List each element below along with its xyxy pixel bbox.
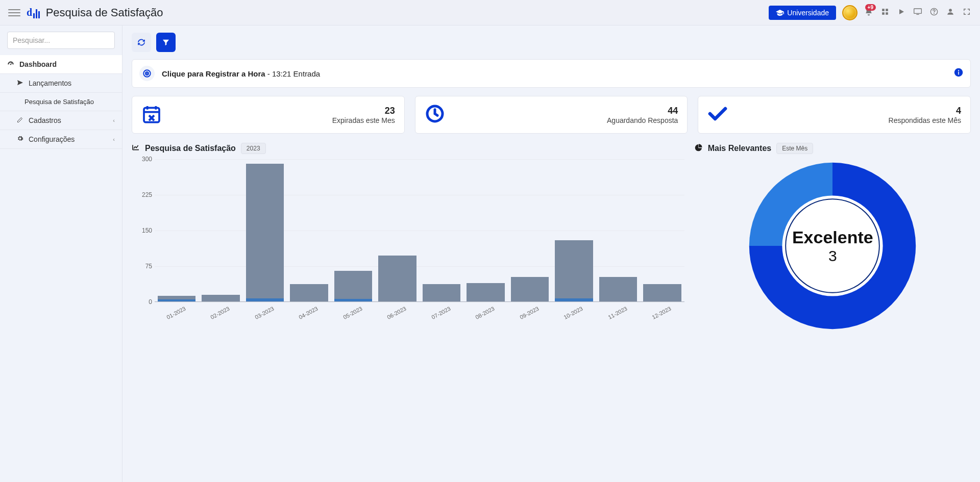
help-icon[interactable] bbox=[929, 8, 939, 17]
fullscreen-icon[interactable] bbox=[962, 8, 972, 17]
svg-rect-5 bbox=[916, 14, 919, 15]
svg-rect-2 bbox=[882, 12, 885, 15]
bar[interactable] bbox=[467, 283, 504, 302]
sidebar-label: Configurações bbox=[29, 135, 75, 143]
bar[interactable] bbox=[423, 284, 460, 302]
stat-card-expired[interactable]: 23 Expiradas este Mes bbox=[132, 96, 405, 134]
edit-icon bbox=[16, 116, 23, 124]
sidebar-item-pesquisa[interactable]: Pesquisa de Satisfação bbox=[0, 93, 122, 111]
stat-label: Expiradas este Mes bbox=[332, 116, 395, 124]
bar[interactable] bbox=[643, 284, 681, 302]
stat-value: 44 bbox=[607, 106, 678, 116]
gear-icon bbox=[16, 135, 23, 143]
svg-rect-17 bbox=[144, 108, 159, 122]
coin-icon[interactable] bbox=[842, 5, 857, 20]
svg-point-7 bbox=[934, 13, 935, 14]
chevron-left-icon: ‹ bbox=[113, 136, 115, 142]
x-tick: 05-2023 bbox=[332, 300, 378, 334]
sidebar-item-configuracoes[interactable]: Configurações ‹ bbox=[0, 130, 122, 149]
stat-value: 4 bbox=[889, 106, 961, 116]
sidebar-item-dashboard[interactable]: Dashboard bbox=[0, 55, 122, 74]
filter-button[interactable] bbox=[156, 33, 176, 52]
chart-title: Mais Relevantes bbox=[708, 144, 772, 153]
info-icon[interactable] bbox=[954, 68, 963, 80]
svg-rect-10 bbox=[11, 63, 12, 64]
graduation-cap-icon bbox=[776, 10, 784, 16]
x-tick: 06-2023 bbox=[376, 300, 422, 334]
x-tick: 01-2023 bbox=[155, 300, 201, 334]
svg-rect-1 bbox=[886, 9, 888, 11]
donut-center-label: Excelente bbox=[792, 227, 873, 247]
filter-icon bbox=[162, 38, 170, 46]
bar[interactable] bbox=[246, 164, 284, 302]
clock-target-icon bbox=[139, 66, 155, 81]
stat-label: Aguardando Resposta bbox=[607, 116, 678, 124]
chart-pill[interactable]: Este Mês bbox=[776, 143, 813, 154]
sidebar-item-cadastros[interactable]: Cadastros ‹ bbox=[0, 111, 122, 130]
y-tick: 300 bbox=[132, 156, 152, 163]
bar-chart-card: Pesquisa de Satisfação 2023 075150225300… bbox=[132, 143, 684, 317]
x-tick: 09-2023 bbox=[508, 300, 554, 334]
universidade-label: Universidade bbox=[787, 9, 829, 17]
sidebar-label: Cadastros bbox=[29, 116, 61, 124]
sidebar-item-lancamentos[interactable]: Lançamentos bbox=[0, 74, 122, 93]
user-icon[interactable] bbox=[945, 8, 955, 17]
svg-rect-3 bbox=[886, 12, 888, 15]
stat-card-answered[interactable]: 4 Respondidas este Mês bbox=[698, 96, 971, 134]
svg-point-13 bbox=[146, 73, 148, 74]
clock-register-bar[interactable]: Clique para Registrar a Hora - 13:21 Ent… bbox=[132, 59, 971, 88]
x-tick: 11-2023 bbox=[597, 300, 643, 334]
sidebar-label: Lançamentos bbox=[29, 79, 71, 87]
y-tick: 150 bbox=[132, 227, 152, 234]
x-tick: 03-2023 bbox=[243, 300, 289, 334]
svg-rect-0 bbox=[882, 9, 885, 11]
pie-chart-icon bbox=[695, 143, 703, 154]
svg-point-16 bbox=[958, 70, 959, 71]
bar[interactable] bbox=[511, 277, 549, 302]
bar[interactable] bbox=[290, 284, 328, 302]
svg-point-8 bbox=[949, 9, 952, 12]
refresh-button[interactable] bbox=[132, 33, 151, 52]
x-tick: 04-2023 bbox=[287, 300, 333, 334]
sidebar-label: Dashboard bbox=[19, 60, 57, 68]
bar[interactable] bbox=[555, 240, 593, 302]
menu-toggle[interactable] bbox=[8, 7, 20, 19]
calendar-x-icon bbox=[141, 104, 162, 126]
grid-apps-icon[interactable] bbox=[880, 8, 890, 17]
bar[interactable] bbox=[378, 256, 416, 302]
send-icon bbox=[16, 79, 23, 87]
app-logo: d bbox=[27, 7, 40, 18]
stat-value: 23 bbox=[332, 106, 395, 116]
check-icon bbox=[707, 106, 728, 124]
page-title: Pesquisa de Satisfação bbox=[46, 6, 163, 19]
refresh-icon bbox=[137, 38, 145, 46]
chevron-left-icon: ‹ bbox=[113, 117, 115, 123]
donut-chart: Excelente 3 bbox=[746, 159, 919, 333]
notifications-button[interactable]: +9 bbox=[864, 7, 874, 18]
chart-title: Pesquisa de Satisfação bbox=[145, 144, 236, 153]
x-tick: 07-2023 bbox=[420, 300, 466, 334]
bar[interactable] bbox=[202, 295, 239, 302]
x-tick: 02-2023 bbox=[200, 300, 246, 334]
x-tick: 12-2023 bbox=[641, 300, 687, 334]
bar[interactable] bbox=[599, 277, 637, 302]
svg-rect-15 bbox=[958, 71, 959, 74]
stat-label: Respondidas este Mês bbox=[889, 116, 961, 124]
sidebar-label: Pesquisa de Satisfação bbox=[24, 98, 94, 106]
bar[interactable] bbox=[334, 271, 372, 302]
y-tick: 225 bbox=[132, 191, 152, 198]
monitor-icon[interactable] bbox=[913, 8, 923, 17]
stat-card-waiting[interactable]: 44 Aguardando Resposta bbox=[415, 96, 688, 134]
y-tick: 0 bbox=[132, 298, 152, 306]
search-input[interactable] bbox=[7, 32, 115, 49]
donut-chart-card: Mais Relevantes Este Mês Excelente 3 bbox=[695, 143, 971, 333]
donut-center-value: 3 bbox=[792, 247, 873, 265]
y-tick: 75 bbox=[132, 263, 152, 270]
chart-pill[interactable]: 2023 bbox=[241, 143, 266, 154]
clock-icon bbox=[425, 104, 445, 126]
x-tick: 10-2023 bbox=[552, 300, 598, 334]
universidade-button[interactable]: Universidade bbox=[769, 6, 836, 20]
dashboard-icon bbox=[7, 60, 14, 68]
notification-badge: +9 bbox=[865, 4, 876, 11]
play-icon[interactable] bbox=[896, 8, 906, 17]
